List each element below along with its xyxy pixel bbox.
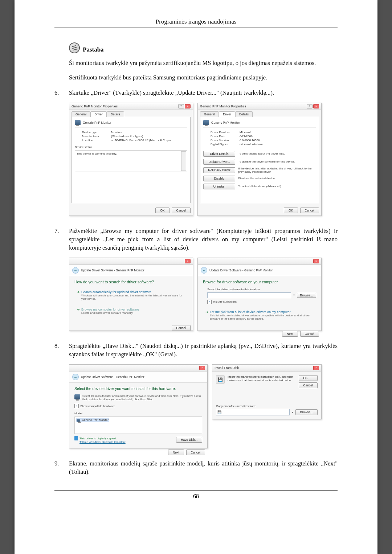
tab-driver[interactable]: Driver: [90, 111, 107, 117]
cancel-button[interactable]: Cancel: [172, 208, 191, 213]
install-message: Insert the manufacturer's installation d…: [228, 375, 296, 388]
date-value: 6/21/2006: [240, 135, 253, 138]
include-subfolders-checkbox[interactable]: ✓ Include subfolders: [207, 300, 316, 304]
date-label: Driver Date:: [211, 135, 240, 138]
cancel-button[interactable]: Cancel: [300, 331, 319, 337]
arrow-icon: ➔: [77, 290, 80, 294]
cancel-button[interactable]: Cancel: [186, 450, 205, 455]
screenshot-pair-properties: Generic PnP Monitor Properties ? × Gener…: [69, 103, 338, 216]
signing-link[interactable]: Tell me why driver signing is important: [79, 440, 126, 444]
dialog-body: 💾 Insert the manufacturer's installation…: [212, 372, 321, 419]
signer-value: microsoft windows: [240, 143, 263, 146]
dialog-buttons: Next Cancel: [69, 447, 207, 457]
option-title: Search automatically for updated driver …: [81, 290, 151, 294]
close-button[interactable]: ×: [313, 259, 319, 263]
disable-button[interactable]: Disable: [203, 176, 235, 181]
note-title: Pastaba: [83, 46, 104, 53]
step-8-number: 8.: [54, 342, 69, 358]
wizard-crumb-text: Update Driver Software - Generic PnP Mon…: [81, 375, 144, 379]
window-title: Install From Disk: [215, 366, 239, 370]
update-driver-button[interactable]: Update Driver...: [203, 159, 235, 165]
help-button[interactable]: ?: [307, 104, 313, 108]
wizard-breadcrumb: ← Update Driver Software - Generic PnP M…: [69, 265, 193, 276]
dropdown-icon[interactable]: ▾: [293, 294, 295, 297]
have-disk-button[interactable]: Have Disk...: [176, 437, 202, 443]
rollback-driver-button[interactable]: Roll Back Driver: [203, 167, 235, 173]
path-row: ▾ Browse...: [207, 292, 316, 298]
tab-details[interactable]: Details: [107, 111, 124, 117]
drive-combo[interactable]: 💾: [216, 409, 290, 415]
show-compatible-checkbox[interactable]: ✓ Show compatible hardware: [74, 404, 202, 408]
back-button[interactable]: ←: [72, 374, 79, 380]
close-button[interactable]: ×: [313, 104, 319, 108]
note-paragraph-1: Ši monitoriaus tvarkyklė yra pažymėta se…: [69, 59, 338, 67]
wizard-heading: Browse for driver software on your compu…: [203, 280, 316, 284]
option-title: Let me pick from a list of device driver…: [210, 310, 291, 314]
tab-strip: General Driver Details: [69, 110, 193, 117]
monitor-icon: [77, 419, 80, 422]
window-buttons: ? ×: [307, 104, 319, 108]
close-button[interactable]: ×: [199, 366, 205, 370]
arrow-icon: ➔: [77, 308, 80, 311]
version-value: 6.0.6000.16386: [240, 139, 260, 142]
cancel-button[interactable]: Cancel: [172, 325, 191, 331]
dialog-driver-tab: Generic PnP Monitor Properties ? × Gener…: [197, 103, 322, 216]
next-button[interactable]: Next: [168, 450, 184, 455]
step-6-text: Skirtuke „Driver" (Tvarkyklė) spragtelėk…: [69, 89, 338, 97]
hardware-list[interactable]: Generic PnP Monitor: [74, 416, 202, 434]
step-9: 9. Ekrane, monitoriaus modelių sąraše pa…: [54, 459, 338, 476]
ok-button[interactable]: OK: [284, 208, 298, 213]
step-7-number: 7.: [54, 227, 69, 252]
step-7-text: Pažymėkite „Browse my computer for drive…: [69, 227, 338, 252]
option-search-auto[interactable]: ➔Search automatically for updated driver…: [74, 288, 188, 303]
disk-icon: 💾: [216, 375, 225, 384]
dialog-buttons: OK Cancel: [198, 205, 321, 216]
monitor-heading-row: Generic PnP Monitor: [75, 120, 187, 128]
close-button[interactable]: ×: [185, 259, 191, 263]
wizard-breadcrumb: ← Update Driver Software - Generic PnP M…: [198, 265, 321, 276]
scrollbar[interactable]: [181, 151, 186, 171]
close-button[interactable]: ×: [185, 104, 191, 108]
document-page: Programinės įrangos naudojimas Pastaba Š…: [15, 0, 377, 554]
titlebar: Install From Disk ×: [212, 365, 321, 372]
back-button[interactable]: ←: [201, 267, 207, 274]
list-item[interactable]: Generic PnP Monitor: [76, 418, 109, 422]
device-type-value: Monitors: [111, 131, 122, 134]
provider-value: Microsoft: [240, 131, 251, 134]
browse-button[interactable]: Browse...: [295, 409, 318, 415]
tab-body: Generic PnP Monitor Device type:Monitors…: [72, 117, 191, 203]
ok-button[interactable]: OK: [155, 208, 169, 213]
driver-details-button[interactable]: Driver Details: [203, 151, 235, 157]
uninstall-button[interactable]: Uninstall: [203, 184, 235, 189]
floppy-icon: 💾: [217, 410, 221, 414]
disable-desc: Disables the selected device.: [238, 177, 316, 180]
tab-general[interactable]: General: [200, 111, 219, 117]
manufacturer-value: (Standard monitor types): [111, 135, 143, 138]
driver-details-desc: To view details about the driver files.: [238, 152, 316, 155]
browse-button[interactable]: Browse...: [297, 293, 316, 298]
step-7: 7. Pažymėkite „Browse my computer for dr…: [54, 227, 338, 252]
monitor-heading-row: Generic PnP Monitor: [203, 120, 316, 128]
dropdown-icon[interactable]: ▾: [292, 411, 293, 414]
path-input[interactable]: [207, 292, 291, 298]
monitor-icon: [75, 120, 81, 125]
next-button[interactable]: Next: [282, 331, 298, 337]
manufacturer-label: Manufacturer:: [82, 135, 111, 138]
back-button[interactable]: ←: [72, 267, 79, 274]
tab-details[interactable]: Details: [235, 111, 253, 117]
signer-label: Digital Signer:: [211, 143, 240, 146]
step-6: 6. Skirtuke „Driver" (Tvarkyklė) spragte…: [54, 89, 338, 97]
note-icon: [68, 41, 81, 55]
close-button[interactable]: ×: [313, 366, 319, 370]
cancel-button[interactable]: Cancel: [299, 382, 318, 388]
ok-button[interactable]: OK: [299, 375, 318, 381]
option-browse-computer[interactable]: ➔Browse my computer for driver software …: [74, 305, 188, 317]
cancel-button[interactable]: Cancel: [300, 208, 319, 213]
tab-general[interactable]: General: [72, 111, 90, 117]
wizard-heading: How do you want to search for driver sof…: [74, 280, 188, 284]
tab-driver[interactable]: Driver: [219, 111, 235, 117]
help-button[interactable]: ?: [178, 104, 184, 108]
location-value: on NVIDIA GeForce 6600 LE (Microsoft Cor…: [111, 139, 171, 142]
wizard-body: Browse for driver software on your compu…: [198, 276, 321, 329]
option-pick-from-list[interactable]: ➔Let me pick from a list of device drive…: [203, 308, 316, 323]
